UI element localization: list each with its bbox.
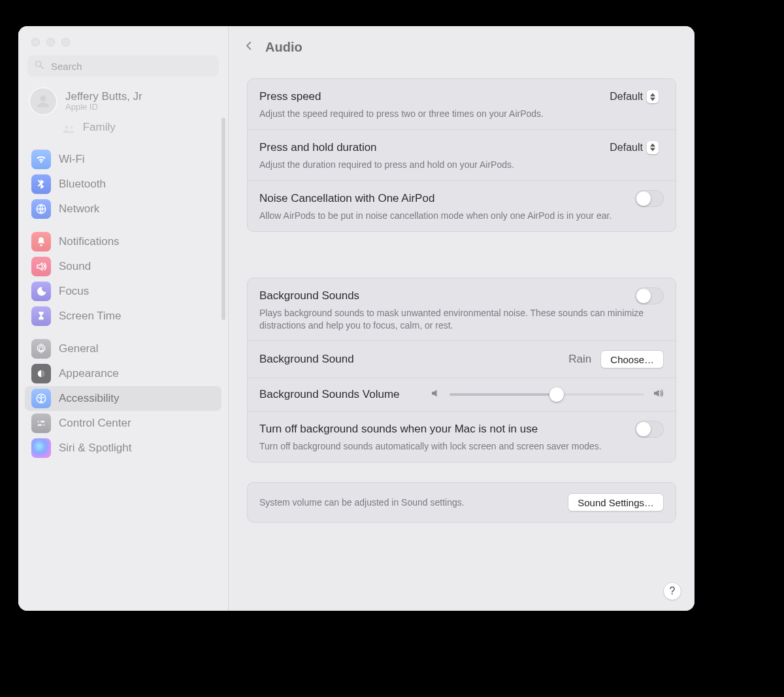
svg-point-4 (70, 126, 73, 129)
wifi-icon (31, 150, 51, 169)
stepper-icon (647, 90, 659, 103)
main-panel: Audio Jeff's AirPods Pro Press speed Def… (229, 26, 694, 611)
bg-sounds-toggle[interactable] (635, 287, 664, 304)
svg-point-8 (41, 395, 42, 397)
sidebar-item-focus[interactable]: Focus (25, 279, 221, 304)
noise-cancel-toggle[interactable] (635, 190, 664, 207)
sound-settings-footer: System volume can be adjusted in Sound s… (247, 482, 676, 523)
sidebar-item-label: Control Center (59, 417, 131, 430)
sidebar-item-label: Bluetooth (59, 178, 106, 191)
siri-icon (31, 438, 51, 458)
slider-track[interactable] (449, 393, 644, 396)
press-speed-desc: Adjust the speed required to press two o… (259, 108, 599, 120)
svg-point-12 (42, 424, 44, 426)
press-speed-label: Press speed (259, 90, 321, 103)
avatar (29, 87, 57, 116)
noise-cancel-label: Noise Cancellation with One AirPod (259, 192, 434, 205)
press-hold-value: Default (610, 142, 643, 154)
sidebar-item-general[interactable]: General (25, 336, 221, 361)
background-sounds-group: Background Sounds Plays background sound… (247, 278, 676, 463)
sidebar-item-appearance[interactable]: Appearance (25, 361, 221, 386)
back-button[interactable] (243, 40, 255, 54)
bg-sounds-label: Background Sounds (259, 289, 359, 302)
press-speed-select[interactable]: Default (604, 88, 664, 105)
page-title: Audio (265, 40, 302, 55)
turn-off-desc: Turn off background sounds automatically… (259, 440, 664, 453)
sidebar-item-screen-time[interactable]: Screen Time (25, 304, 221, 329)
sidebar-item-label: Accessibility (59, 392, 120, 405)
svg-point-0 (36, 61, 41, 67)
sidebar-item-label: Appearance (59, 367, 119, 380)
footer-text: System volume can be adjusted in Sound s… (259, 496, 465, 509)
minimize-window-icon[interactable] (46, 38, 55, 46)
choose-sound-button[interactable]: Choose… (600, 350, 664, 368)
page-scrollbar[interactable] (762, 47, 767, 600)
appearance-icon (31, 364, 51, 383)
sidebar-item-label: Wi-Fi (59, 153, 85, 166)
stepper-icon (647, 141, 659, 154)
sidebar: Jeffery Butts, Jr Apple ID Family Wi-Fi (18, 26, 229, 611)
account-name: Jeffery Butts, Jr (65, 90, 142, 103)
hourglass-icon (31, 306, 51, 326)
sound-settings-button[interactable]: Sound Settings… (568, 493, 664, 511)
sidebar-item-label: Network (59, 203, 99, 216)
press-hold-select[interactable]: Default (604, 139, 664, 156)
speaker-icon (31, 257, 51, 276)
sidebar-item-siri[interactable]: Siri & Spotlight (25, 436, 221, 461)
sidebar-item-notifications[interactable]: Notifications (25, 229, 221, 254)
turn-off-toggle[interactable] (635, 421, 664, 438)
slider-thumb[interactable] (549, 387, 564, 402)
sidebar-item-bluetooth[interactable]: Bluetooth (25, 172, 221, 197)
airpods-settings-group: Press speed Default Adjust the speed req… (247, 78, 676, 232)
press-hold-desc: Adjust the duration required to press an… (259, 159, 664, 171)
account-sub: Apple ID (65, 103, 142, 112)
family-label: Family (83, 121, 116, 133)
family-icon (63, 123, 76, 133)
turn-off-label: Turn off background sounds when your Mac… (259, 423, 538, 436)
sidebar-item-label: Sound (59, 260, 91, 273)
control-center-icon (31, 413, 51, 433)
help-button[interactable]: ? (663, 582, 681, 600)
zoom-window-icon[interactable] (61, 38, 70, 46)
sidebar-item-family[interactable]: Family (18, 118, 228, 140)
sidebar-item-sound[interactable]: Sound (25, 254, 221, 279)
sidebar-item-network[interactable]: Network (25, 197, 221, 221)
sidebar-scrollbar[interactable] (221, 118, 225, 320)
moon-icon (31, 282, 51, 301)
volume-low-icon (430, 387, 442, 402)
search-field[interactable] (27, 56, 219, 76)
settings-window: Jeffery Butts, Jr Apple ID Family Wi-Fi (18, 26, 694, 611)
sidebar-item-label: Notifications (59, 235, 120, 248)
sidebar-item-accessibility[interactable]: Accessibility (25, 386, 221, 411)
bg-sound-choice-label: Background Sound (259, 353, 354, 366)
noise-cancel-desc: Allow AirPods to be put in noise cancell… (259, 210, 664, 222)
bg-volume-label: Background Sounds Volume (259, 388, 400, 401)
volume-high-icon (652, 387, 664, 402)
svg-point-11 (39, 421, 41, 423)
bg-sound-choice-value: Rain (568, 353, 591, 366)
sidebar-item-wifi[interactable]: Wi-Fi (25, 147, 221, 172)
svg-point-3 (65, 125, 68, 129)
sidebar-item-label: Screen Time (59, 310, 121, 323)
sidebar-item-label: Siri & Spotlight (59, 442, 132, 455)
bell-icon (31, 232, 51, 251)
svg-point-2 (41, 95, 46, 101)
sidebar-item-control-center[interactable]: Control Center (25, 411, 221, 436)
search-input[interactable] (50, 60, 212, 73)
press-hold-label: Press and hold duration (259, 141, 377, 154)
search-icon (34, 59, 44, 73)
sidebar-item-label: Focus (59, 285, 89, 298)
bg-volume-slider[interactable] (430, 387, 664, 402)
window-controls (18, 26, 228, 46)
press-speed-value: Default (610, 91, 643, 103)
apple-id-row[interactable]: Jeffery Butts, Jr Apple ID (18, 83, 228, 118)
close-window-icon[interactable] (31, 38, 40, 46)
svg-line-1 (41, 66, 43, 69)
network-icon (31, 199, 51, 219)
sidebar-item-label: General (59, 342, 98, 355)
bluetooth-icon (31, 174, 51, 194)
gear-icon (31, 339, 51, 359)
accessibility-icon (31, 389, 51, 408)
bg-sounds-desc: Plays background sounds to mask unwanted… (259, 307, 664, 332)
